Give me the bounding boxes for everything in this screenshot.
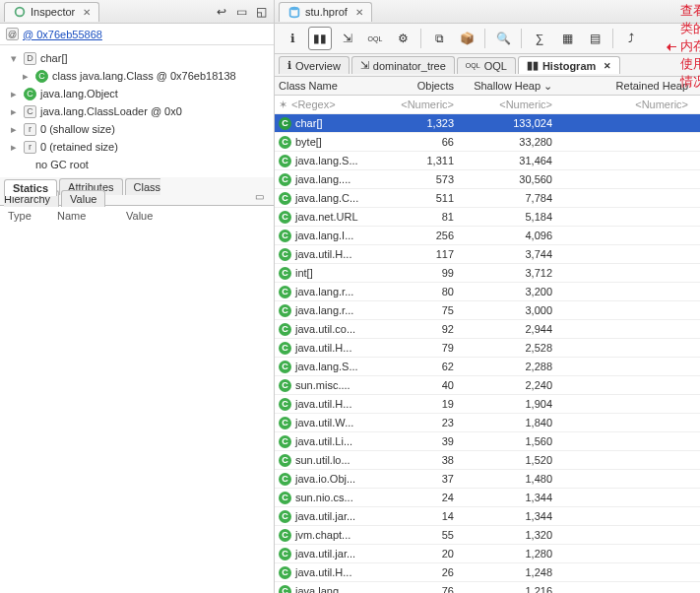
table-row[interactable]: Cjava.util.jar...201,280 <box>275 545 700 563</box>
object-icon: @ <box>6 28 19 40</box>
close-icon[interactable]: ✕ <box>355 7 363 18</box>
popout-icon[interactable]: ▭ <box>249 191 270 202</box>
cell-objects: 26 <box>383 566 462 578</box>
subtab-statics[interactable]: Statics <box>4 179 57 196</box>
class-name: java.net.URL <box>295 211 358 223</box>
subtab-value[interactable]: Value <box>61 190 105 207</box>
filter-row[interactable]: ✶<Regex> <Numeric> <Numeric> <Numeric> <box>275 96 700 114</box>
tree-row[interactable]: ▸Cclass java.lang.Class @ 0x76eb18138 <box>0 67 274 85</box>
class-icon: C <box>279 117 291 130</box>
search-icon[interactable]: 🔍 <box>491 27 515 50</box>
table-row[interactable]: Cjava.util.H...792,528 <box>275 339 700 358</box>
cell-objects: 37 <box>383 473 462 485</box>
restore-icon[interactable]: ◱ <box>252 3 270 21</box>
filter-icon[interactable]: ▤ <box>583 27 606 50</box>
expand-toggle[interactable]: ▸ <box>8 86 20 101</box>
expand-toggle[interactable]: ▾ <box>8 50 20 66</box>
col-value[interactable]: Value <box>126 210 266 222</box>
table-row[interactable]: Cjava.lang.C...5117,784 <box>275 189 700 208</box>
expand-toggle[interactable]: ▸ <box>8 103 20 119</box>
col-classname[interactable]: Class Name <box>275 80 383 92</box>
table-row[interactable]: Cjava.lang.r...753,000 <box>275 301 700 320</box>
class-icon: C <box>279 529 291 542</box>
close-icon[interactable]: ✕ <box>604 61 611 71</box>
cell-shallow: 1,248 <box>462 566 560 578</box>
object-address[interactable]: @ 0x76eb55868 <box>23 29 102 40</box>
calc-icon[interactable]: ∑ <box>528 27 551 50</box>
table-row[interactable]: Cjava.util.Li...391,560 <box>275 432 700 451</box>
cell-objects: 573 <box>383 173 462 185</box>
table-row[interactable]: Cjava.lang....57330,560 <box>275 170 700 189</box>
table-row[interactable]: Csun.nio.cs...241,344 <box>275 489 700 507</box>
class-icon: C <box>279 304 291 317</box>
table-row[interactable]: Cint[]993,712 <box>275 264 700 283</box>
oql-icon[interactable]: OQL <box>363 27 387 50</box>
class-name: java.lang.S... <box>295 361 358 372</box>
table-row[interactable]: Cjava.net.URL815,184 <box>275 208 700 227</box>
table-row[interactable]: Cjvm.chapt...551,320 <box>275 526 700 545</box>
tree-row[interactable]: ▸r0 (shallow size) <box>0 120 274 138</box>
table-row[interactable]: Cjava.lang.S...622,288 <box>275 358 700 376</box>
table-row[interactable]: Cjava.util.H...1173,744 <box>275 245 700 264</box>
cell-shallow: 33,280 <box>462 136 560 148</box>
col-name[interactable]: Name <box>57 210 126 222</box>
tab-dominator_tree[interactable]: ⇲dominator_tree <box>351 56 455 74</box>
minimize-icon[interactable]: ▭ <box>232 3 250 21</box>
statics-header: Type Name Value <box>0 210 274 222</box>
nav-back-icon[interactable]: ↩ <box>213 3 230 21</box>
table-row[interactable]: Cjava.lang.S...1,31131,464 <box>275 152 700 170</box>
col-type[interactable]: Type <box>8 210 57 222</box>
table-row[interactable]: Cbyte[]6633,280 <box>275 133 700 152</box>
package-icon[interactable]: 📦 <box>455 27 478 50</box>
group-icon[interactable]: ⧉ <box>427 27 451 50</box>
col-objects[interactable]: Objects <box>383 80 462 92</box>
histogram-icon[interactable]: ▮▮ <box>308 27 332 50</box>
table-row[interactable]: Cjava.lang.I...2564,096 <box>275 227 700 245</box>
col-retainedheap[interactable]: Retained Heap <box>560 80 700 92</box>
table-row[interactable]: Cchar[]1,323133,024 <box>275 114 700 133</box>
tab-label: Overview <box>295 60 341 72</box>
tree-node-icon: C <box>24 88 36 100</box>
class-name: java.lang.r... <box>295 304 353 316</box>
cell-objects: 80 <box>383 286 462 297</box>
inspector-tab[interactable]: Inspector ✕ <box>4 2 99 22</box>
tab-overview[interactable]: ℹOverview <box>279 56 350 74</box>
export-icon[interactable]: ⤴ <box>619 27 643 50</box>
table-row[interactable]: Cjava.util.W...231,840 <box>275 414 700 432</box>
tree-row[interactable]: ▸Cjava.lang.Object <box>0 85 274 102</box>
close-icon[interactable]: ✕ <box>83 7 91 18</box>
cell-shallow: 1,216 <box>462 585 560 593</box>
table-row[interactable]: Cjava.util.H...261,248 <box>275 563 700 582</box>
class-name: java.util.jar... <box>295 510 355 522</box>
table-row[interactable]: Cjava.util.co...922,944 <box>275 320 700 339</box>
tree-row[interactable]: ▾Dchar[] <box>0 49 274 67</box>
table-icon[interactable]: ▦ <box>555 27 579 50</box>
table-row[interactable]: Cjava.io.Obj...371,480 <box>275 470 700 489</box>
table-row[interactable]: Cjava.util.H...191,904 <box>275 395 700 414</box>
tab-histogram[interactable]: ▮▮Histogram✕ <box>518 56 620 74</box>
tree-row[interactable]: no GC root <box>0 156 274 173</box>
table-row[interactable]: Csun.misc....402,240 <box>275 376 700 395</box>
table-row[interactable]: Cjava.lang.r...803,200 <box>275 283 700 301</box>
gear-icon[interactable]: ⚙ <box>391 27 414 50</box>
expand-toggle[interactable]: ▸ <box>8 139 20 155</box>
col-shallowheap[interactable]: Shallow Heap ⌄ <box>462 80 560 93</box>
class-icon: C <box>279 323 291 336</box>
tree-icon[interactable]: ⇲ <box>336 27 359 50</box>
table-row[interactable]: Csun.util.lo...381,520 <box>275 451 700 470</box>
class-name: java.lang.... <box>295 585 350 593</box>
cell-shallow: 1,520 <box>462 454 560 466</box>
cell-objects: 55 <box>383 529 462 541</box>
cell-shallow: 3,744 <box>462 248 560 260</box>
tab-oql[interactable]: OQLOQL <box>457 57 516 74</box>
tree-row[interactable]: ▸Cjava.lang.ClassLoader @ 0x0 <box>0 102 274 120</box>
info-icon[interactable]: ℹ <box>281 27 304 50</box>
class-icon: C <box>279 173 291 186</box>
hprof-tab[interactable]: stu.hprof ✕ <box>279 2 372 22</box>
expand-toggle[interactable]: ▸ <box>8 121 20 137</box>
expand-toggle[interactable]: ▸ <box>20 68 32 84</box>
tree-row[interactable]: ▸r0 (retained size) <box>0 138 274 156</box>
table-row[interactable]: Cjava.lang....761,216 <box>275 582 700 593</box>
class-icon: C <box>279 342 291 355</box>
table-row[interactable]: Cjava.util.jar...141,344 <box>275 507 700 526</box>
